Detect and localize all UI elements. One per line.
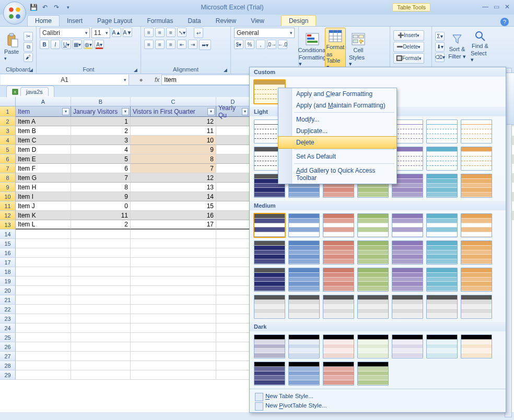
fx-icon[interactable]: fx	[155, 76, 159, 83]
cell[interactable]	[131, 258, 216, 267]
cell[interactable]	[216, 305, 250, 314]
cell[interactable]	[131, 323, 216, 333]
cell[interactable]	[131, 333, 216, 342]
merge-center-button[interactable]: ⬌▾	[199, 40, 211, 50]
cell[interactable]	[16, 352, 71, 361]
paste-button[interactable]: Paste	[3, 32, 21, 62]
cell[interactable]	[16, 295, 71, 305]
row-header[interactable]: 18	[0, 267, 16, 277]
table-style-thumb[interactable]	[288, 241, 320, 265]
cell[interactable]: Item C	[16, 136, 71, 145]
cell[interactable]	[16, 258, 71, 267]
table-style-thumb[interactable]	[254, 268, 285, 292]
cell[interactable]: Item I	[16, 192, 71, 201]
cell[interactable]	[71, 239, 131, 248]
row-header[interactable]: 13	[0, 220, 16, 230]
cell[interactable]: 15	[131, 201, 216, 211]
cell[interactable]	[71, 267, 131, 277]
grow-font-icon[interactable]: A▲	[112, 28, 121, 37]
table-style-thumb[interactable]	[357, 213, 389, 237]
table-style-thumb[interactable]	[461, 295, 492, 319]
help-icon[interactable]: ?	[500, 18, 509, 26]
table-style-thumb[interactable]	[357, 334, 389, 358]
table-style-thumb[interactable]	[254, 334, 285, 358]
cell[interactable]	[71, 286, 131, 295]
cell[interactable]	[216, 173, 250, 183]
row-header[interactable]: 2	[0, 117, 16, 126]
align-middle-icon[interactable]: ≡	[155, 28, 165, 37]
cell[interactable]: 13	[131, 183, 216, 192]
table-style-thumb[interactable]	[288, 362, 320, 386]
table-style-thumb[interactable]	[461, 268, 492, 292]
filter-dropdown-icon[interactable]: ▾	[62, 108, 69, 115]
cell[interactable]: 0	[71, 201, 131, 211]
row-header[interactable]: 8	[0, 173, 16, 183]
col-header-a[interactable]: A	[16, 97, 71, 106]
cut-icon[interactable]: ✂	[24, 32, 33, 41]
cell[interactable]: 5	[71, 154, 131, 164]
cell[interactable]	[71, 295, 131, 305]
cell[interactable]	[216, 211, 250, 220]
row-header[interactable]: 24	[0, 323, 16, 333]
restore-button[interactable]: ▭	[494, 3, 499, 10]
table-style-thumb[interactable]	[392, 334, 423, 358]
cell[interactable]	[131, 314, 216, 323]
cell[interactable]	[16, 248, 71, 258]
cell[interactable]	[71, 277, 131, 286]
ctx-apply-clear[interactable]: Apply and Clear Formatting	[278, 88, 396, 100]
cell[interactable]: 7	[131, 164, 216, 173]
format-painter-icon[interactable]: 🖌	[24, 53, 33, 62]
cell[interactable]	[131, 361, 216, 370]
cell[interactable]: 12	[131, 173, 216, 183]
cell[interactable]	[216, 314, 250, 323]
find-select-button[interactable]: Find &Select ▾	[470, 29, 490, 64]
conditional-formatting-button[interactable]: ConditionalFormatting ▾	[302, 31, 323, 68]
table-header-d[interactable]: Yearly Qu▾	[216, 106, 250, 117]
row-header[interactable]: 5	[0, 145, 16, 154]
table-style-thumb[interactable]	[392, 241, 423, 265]
table-style-thumb[interactable]	[426, 119, 458, 143]
ctx-modify[interactable]: Modify...	[278, 114, 396, 125]
filter-dropdown-icon[interactable]: ▾	[242, 108, 248, 115]
cell[interactable]: 8	[131, 154, 216, 164]
cell[interactable]: 9	[71, 192, 131, 201]
row-header[interactable]: 29	[0, 370, 16, 380]
cell[interactable]	[16, 361, 71, 370]
cell[interactable]	[216, 342, 250, 352]
font-color-button[interactable]: A▾	[95, 40, 104, 49]
table-style-thumb[interactable]	[323, 295, 354, 319]
cell[interactable]: 2	[71, 220, 131, 230]
table-style-thumb[interactable]	[323, 362, 354, 386]
tab-home[interactable]: Home	[27, 15, 60, 26]
table-style-thumb[interactable]	[288, 268, 320, 292]
cell[interactable]: 10	[131, 136, 216, 145]
decrease-indent-icon[interactable]: ⇤	[177, 40, 186, 49]
decrease-decimal-icon[interactable]: ←.0	[278, 40, 287, 49]
cell[interactable]	[216, 183, 250, 192]
cell[interactable]	[216, 220, 250, 230]
table-style-thumb[interactable]	[426, 174, 458, 198]
table-style-thumb[interactable]	[323, 241, 354, 265]
table-style-thumb[interactable]	[461, 241, 492, 265]
cell[interactable]	[216, 352, 250, 361]
cell[interactable]: Item H	[16, 183, 71, 192]
table-style-thumb[interactable]	[357, 241, 389, 265]
delete-cells-button[interactable]: ➖ Delete	[393, 42, 424, 52]
row-header[interactable]: 3	[0, 126, 16, 136]
table-header-c[interactable]: Vistors in First Quarter▾	[131, 106, 216, 117]
table-style-thumb[interactable]	[392, 268, 423, 292]
tab-review[interactable]: Review	[208, 16, 243, 26]
cell[interactable]	[71, 333, 131, 342]
fill-color-button[interactable]: ◍▾	[84, 40, 93, 49]
ctx-duplicate[interactable]: Duplicate...	[278, 125, 396, 137]
cell[interactable]	[216, 154, 250, 164]
table-style-thumb[interactable]	[461, 334, 492, 358]
cell[interactable]	[216, 267, 250, 277]
cell[interactable]	[16, 333, 71, 342]
format-cells-button[interactable]: 🔲 Format	[393, 53, 424, 64]
cell[interactable]	[71, 370, 131, 380]
cell[interactable]	[71, 305, 131, 314]
table-style-thumb[interactable]	[426, 241, 458, 265]
cell[interactable]	[216, 230, 250, 239]
table-style-thumb[interactable]	[254, 295, 285, 319]
